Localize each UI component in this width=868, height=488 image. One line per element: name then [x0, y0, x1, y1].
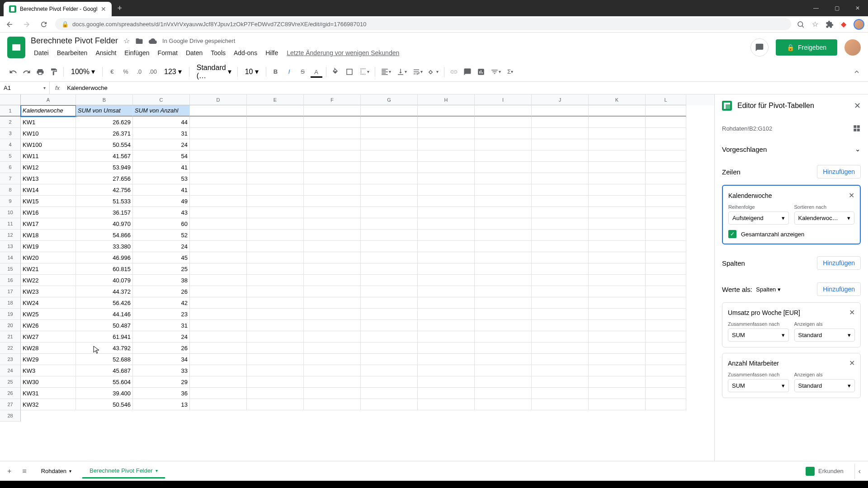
cell[interactable]	[418, 263, 475, 275]
add-sheet-button[interactable]: +	[4, 464, 15, 479]
cell[interactable]: 40.970	[76, 218, 133, 230]
reload-icon[interactable]	[38, 19, 50, 30]
cell[interactable]	[361, 173, 418, 184]
cell[interactable]	[475, 343, 532, 354]
cell[interactable]: 44.146	[76, 309, 133, 320]
cell[interactable]: 26	[133, 343, 190, 354]
remove-row-icon[interactable]: ✕	[849, 191, 854, 200]
cell[interactable]	[304, 309, 361, 320]
row-header[interactable]: 12	[0, 230, 21, 241]
row-header[interactable]: 26	[0, 388, 21, 399]
cell[interactable]: KW28	[21, 343, 76, 354]
cell[interactable]	[418, 105, 475, 117]
row-header[interactable]: 17	[0, 286, 21, 297]
cell[interactable]	[247, 207, 304, 218]
cell[interactable]	[589, 331, 646, 343]
star-icon[interactable]: ☆	[812, 20, 818, 28]
cell[interactable]	[190, 139, 247, 150]
cell[interactable]	[475, 139, 532, 150]
cell[interactable]	[589, 230, 646, 241]
cell[interactable]	[247, 388, 304, 399]
cell[interactable]: 61.941	[76, 331, 133, 343]
cell[interactable]	[418, 376, 475, 388]
cell[interactable]	[247, 331, 304, 343]
cell[interactable]: 41	[133, 184, 190, 196]
row-header[interactable]: 22	[0, 343, 21, 354]
cell[interactable]	[475, 173, 532, 184]
number-format-select[interactable]: 123▾	[160, 66, 185, 78]
cell[interactable]	[475, 128, 532, 139]
row-header[interactable]: 4	[0, 139, 21, 150]
cell[interactable]: KW30	[21, 376, 76, 388]
cell[interactable]	[418, 162, 475, 173]
cell[interactable]	[475, 207, 532, 218]
cell[interactable]	[190, 354, 247, 365]
font-family-select[interactable]: Standard (… ▾	[193, 62, 234, 82]
cell[interactable]	[646, 297, 686, 309]
cell[interactable]	[589, 320, 646, 331]
add-rows-button[interactable]: Hinzufügen	[817, 165, 861, 178]
cell[interactable]: 50.487	[76, 320, 133, 331]
chart-button[interactable]	[475, 65, 487, 79]
cell[interactable]	[418, 128, 475, 139]
doc-title[interactable]: Berechnete Pivot Felder	[31, 36, 118, 46]
cell[interactable]: 49	[133, 196, 190, 207]
paint-format-button[interactable]	[48, 65, 60, 79]
cell[interactable]	[589, 343, 646, 354]
cell[interactable]	[361, 139, 418, 150]
formula-input[interactable]	[65, 84, 868, 91]
cell[interactable]	[646, 230, 686, 241]
cell[interactable]	[304, 173, 361, 184]
cell[interactable]: 36	[133, 388, 190, 399]
cell[interactable]: KW14	[21, 184, 76, 196]
cell[interactable]	[304, 263, 361, 275]
redo-button[interactable]	[21, 65, 33, 79]
cell[interactable]	[418, 354, 475, 365]
cell[interactable]	[418, 331, 475, 343]
cell[interactable]	[532, 365, 589, 376]
cell[interactable]	[361, 320, 418, 331]
cell[interactable]	[304, 297, 361, 309]
col-header-K[interactable]: K	[589, 94, 646, 105]
cell[interactable]: 44	[133, 117, 190, 128]
strikethrough-button[interactable]: S	[297, 66, 309, 78]
cell[interactable]: KW27	[21, 331, 76, 343]
cell[interactable]: KW13	[21, 173, 76, 184]
cell[interactable]: 50.554	[76, 139, 133, 150]
cell[interactable]	[475, 320, 532, 331]
cell[interactable]: 53.949	[76, 162, 133, 173]
cell[interactable]	[247, 173, 304, 184]
cell[interactable]	[304, 365, 361, 376]
name-box[interactable]: A1 ▾	[0, 82, 50, 94]
row-header[interactable]: 20	[0, 320, 21, 331]
last-edit-link[interactable]: Letzte Änderung vor wenigen Sekunden	[283, 47, 403, 58]
cell[interactable]	[589, 128, 646, 139]
close-tab-icon[interactable]: ✕	[101, 5, 106, 13]
cell[interactable]	[190, 320, 247, 331]
cell[interactable]	[304, 388, 361, 399]
zoom-icon[interactable]	[797, 20, 805, 28]
cell[interactable]: 60.815	[76, 263, 133, 275]
cell[interactable]	[589, 399, 646, 410]
cell[interactable]	[190, 343, 247, 354]
row-header[interactable]: 1	[0, 105, 21, 117]
cell[interactable]	[418, 196, 475, 207]
cell[interactable]	[247, 196, 304, 207]
cell[interactable]	[190, 252, 247, 263]
row-header[interactable]: 6	[0, 162, 21, 173]
cell[interactable]	[475, 241, 532, 252]
row-header[interactable]: 23	[0, 354, 21, 365]
col-header-A[interactable]: A	[21, 94, 76, 105]
row-header[interactable]: 9	[0, 196, 21, 207]
cell[interactable]: 44.372	[76, 286, 133, 297]
cell[interactable]	[475, 354, 532, 365]
cell[interactable]	[190, 286, 247, 297]
cell[interactable]: 39.400	[76, 388, 133, 399]
decimal-decrease-button[interactable]: .0	[133, 66, 145, 78]
sheet-tab-rohdaten[interactable]: Rohdaten ▾	[34, 463, 79, 479]
cell[interactable]	[589, 150, 646, 162]
cell[interactable]	[532, 263, 589, 275]
cell[interactable]: 26.629	[76, 117, 133, 128]
cell[interactable]	[646, 196, 686, 207]
cell[interactable]	[646, 105, 686, 117]
